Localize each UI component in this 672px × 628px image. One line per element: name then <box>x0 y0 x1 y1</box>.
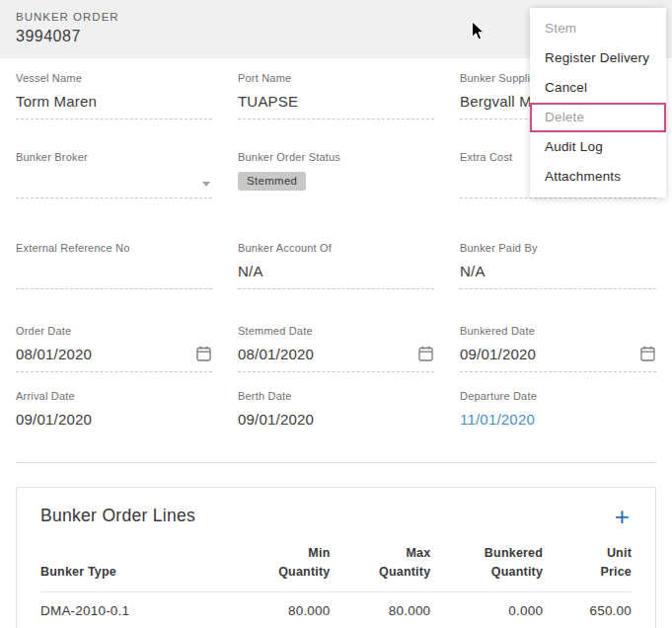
port-name-label: Port Name <box>238 72 434 84</box>
column-bunker-type: Bunker Type <box>40 540 236 591</box>
field-port-name: Port Name TUAPSE <box>238 72 434 119</box>
order-lines-table: Bunker Type Min Quantity Max Quantity Bu… <box>40 540 632 628</box>
context-menu: Stem Register Delivery Cancel Delete Aud… <box>530 8 666 197</box>
bunker-broker-input[interactable] <box>16 172 202 191</box>
field-bunker-account-of: Bunker Account Of N/A <box>238 242 434 289</box>
calendar-icon[interactable] <box>418 346 433 364</box>
table-header-row: Bunker Type Min Quantity Max Quantity Bu… <box>40 540 632 591</box>
bunker-paid-by-input[interactable]: N/A <box>460 263 656 281</box>
field-bunkered-date: Bunkered Date 09/01/2020 <box>460 325 656 372</box>
bunkered-date-label: Bunkered Date <box>460 325 656 337</box>
chevron-down-icon[interactable] <box>202 182 210 187</box>
column-max-quantity: Max Quantity <box>330 540 430 591</box>
bunker-account-of-label: Bunker Account Of <box>238 242 434 254</box>
field-stemmed-date: Stemmed Date 08/01/2020 <box>238 325 434 372</box>
table-row[interactable]: DMA-2010-0.1 80.000 80.000 0.000 650.00 <box>40 591 632 628</box>
bunker-order-status-label: Bunker Order Status <box>238 151 434 163</box>
column-unit-price: Unit Price <box>543 540 632 591</box>
departure-date-link[interactable]: 11/01/2020 <box>460 411 656 430</box>
order-date-input[interactable]: 08/01/2020 <box>16 346 190 364</box>
berth-date-value: 09/01/2020 <box>238 411 434 430</box>
bunkered-date-input[interactable]: 09/01/2020 <box>460 346 635 364</box>
cell-max-quantity: 80.000 <box>330 591 430 628</box>
port-name-input[interactable]: TUAPSE <box>238 93 434 112</box>
field-external-reference-no: External Reference No <box>16 242 212 289</box>
vessel-name-label: Vessel Name <box>16 72 212 84</box>
field-bunker-paid-by: Bunker Paid By N/A <box>460 242 656 289</box>
field-vessel-name: Vessel Name Torm Maren <box>16 72 212 119</box>
vessel-name-input[interactable]: Torm Maren <box>16 93 212 112</box>
cell-bunker-type: DMA-2010-0.1 <box>40 591 236 628</box>
field-bunker-broker: Bunker Broker <box>16 151 212 198</box>
field-bunker-order-status: Bunker Order Status Stemmed <box>238 151 434 198</box>
external-reference-no-label: External Reference No <box>16 242 212 254</box>
external-reference-no-input[interactable] <box>16 263 212 281</box>
field-departure-date: Departure Date 11/01/2020 <box>460 390 656 436</box>
cell-min-quantity: 80.000 <box>236 591 331 628</box>
column-bunkered-quantity: Bunkered Quantity <box>430 540 543 591</box>
arrival-date-value: 09/01/2020 <box>16 411 212 430</box>
bunker-order-lines-card: Bunker Order Lines + Bunker Type Min Qua… <box>16 487 656 628</box>
order-date-label: Order Date <box>16 325 212 337</box>
calendar-icon[interactable] <box>640 346 655 364</box>
cell-unit-price: 650.00 <box>543 591 632 628</box>
cell-bunkered-quantity: 0.000 <box>430 591 543 628</box>
bunker-paid-by-label: Bunker Paid By <box>460 242 656 254</box>
card-title: Bunker Order Lines <box>40 506 195 526</box>
menu-item-stem[interactable]: Stem <box>530 14 666 43</box>
field-order-date: Order Date 08/01/2020 <box>16 325 212 372</box>
arrival-date-label: Arrival Date <box>16 390 212 402</box>
stemmed-date-label: Stemmed Date <box>238 325 434 337</box>
menu-item-cancel[interactable]: Cancel <box>530 73 666 103</box>
bunker-account-of-input[interactable]: N/A <box>238 263 434 281</box>
bunker-broker-label: Bunker Broker <box>16 151 212 163</box>
menu-item-register-delivery[interactable]: Register Delivery <box>530 43 666 73</box>
departure-date-label: Departure Date <box>460 390 656 402</box>
menu-item-delete[interactable]: Delete <box>530 103 666 132</box>
section-divider <box>16 462 656 463</box>
field-arrival-date: Arrival Date 09/01/2020 <box>16 390 212 436</box>
add-line-button[interactable]: + <box>613 507 632 526</box>
column-min-quantity: Min Quantity <box>236 540 331 591</box>
stemmed-date-input[interactable]: 08/01/2020 <box>238 346 412 364</box>
menu-item-audit-log[interactable]: Audit Log <box>530 132 666 162</box>
field-berth-date: Berth Date 09/01/2020 <box>238 390 434 436</box>
calendar-icon[interactable] <box>196 346 211 364</box>
menu-item-attachments[interactable]: Attachments <box>530 162 666 192</box>
berth-date-label: Berth Date <box>238 390 434 402</box>
status-badge: Stemmed <box>238 172 306 191</box>
